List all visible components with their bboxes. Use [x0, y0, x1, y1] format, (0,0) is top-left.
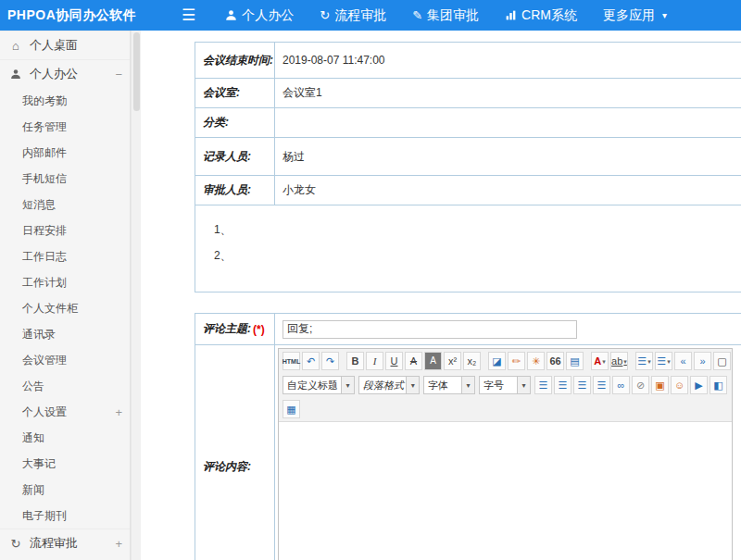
desktop-icon: ⌂ [9, 40, 22, 52]
editor-content-area[interactable] [279, 422, 732, 560]
person-icon [225, 9, 237, 21]
sidebar-item-personal-office[interactable]: 个人办公− [0, 59, 130, 88]
redo-icon[interactable]: ↷ [321, 352, 339, 370]
unlink-icon[interactable]: ⊘ [632, 376, 649, 394]
expand-icon[interactable]: + [115, 405, 122, 419]
comment-form-table: 评论主题: (*) 评论内容: HTML↶↷BIUAAx²x₂◪✏✳66▤A▾a… [195, 313, 741, 560]
sidebar-item-work-plan[interactable]: 工作计划 [0, 269, 130, 295]
menu-icon[interactable]: ☰ [182, 6, 195, 25]
heading-style-select[interactable]: 自定义标题 ▾ [283, 376, 355, 394]
cycle-icon: ↻ [320, 9, 330, 21]
caret-down-icon: ▾ [662, 10, 667, 20]
app-title: PHPOA协同办公软件 [7, 7, 136, 24]
sidebar-item-label: 个人办公 [30, 66, 115, 82]
sidebar-item-label: 大事记 [22, 456, 122, 472]
unordered-list-icon[interactable]: ☰▾ [655, 352, 672, 370]
editor-toolbar-row3: ▦ [279, 397, 732, 422]
topbar: PHPOA协同办公软件 ☰ 个人办公 ↻ 流程审批 ✎ 集团审批 CRM系统 更… [0, 0, 741, 31]
font-family-select[interactable]: 字体 ▾ [423, 376, 475, 394]
sidebar-item-label: 公告 [22, 379, 122, 394]
nav-group-approval[interactable]: ✎ 集团审批 [412, 7, 479, 24]
remove-format-icon[interactable]: ◪ [488, 352, 506, 370]
comment-content-label: 评论内容: [195, 345, 275, 560]
subscript-icon[interactable]: x₂ [463, 352, 481, 370]
caret-down-icon: ▾ [341, 377, 354, 393]
superscript-icon[interactable]: x² [444, 352, 461, 370]
field-label-meeting-room: 会议室: [195, 79, 275, 107]
sidebar-item-schedule[interactable]: 日程安排 [0, 218, 130, 243]
table-row: 记录人员: 杨过 [195, 138, 741, 176]
source-code-icon[interactable]: HTML [283, 352, 300, 370]
strikethrough-icon[interactable]: A [405, 352, 422, 370]
nav-crm-system[interactable]: CRM系统 [505, 7, 577, 24]
sidebar-menu: ⌂个人桌面个人办公−我的考勤任务管理内部邮件手机短信短消息日程安排工作日志工作计… [0, 31, 131, 560]
new-document-icon[interactable]: ▢ [713, 352, 731, 370]
clear-style-icon[interactable]: ✳ [527, 352, 545, 370]
media-icon[interactable]: ▶ [690, 376, 708, 394]
nav-workflow-approval[interactable]: ↻ 流程审批 [320, 7, 386, 24]
nav-label: 更多应用 [603, 7, 655, 24]
sidebar-item-announcement[interactable]: 公告 [0, 373, 130, 399]
sidebar-item-label: 手机短信 [22, 171, 122, 187]
nav-more-apps[interactable]: 更多应用 ▾ [603, 7, 667, 24]
sidebar-item-news[interactable]: 新闻 [0, 477, 130, 503]
sidebar-item-internal-mail[interactable]: 内部邮件 [0, 140, 130, 166]
underline-icon[interactable]: U [385, 352, 403, 370]
sidebar-item-work-log[interactable]: 工作日志 [0, 243, 130, 269]
font-style-icon[interactable]: A [424, 352, 442, 370]
sidebar-item-memorabilia[interactable]: 大事记 [0, 451, 130, 477]
template-icon[interactable]: ▤ [566, 352, 584, 370]
link-icon[interactable]: ∞ [612, 376, 630, 394]
caret-down-icon: ▾ [517, 377, 530, 393]
sidebar-item-desktop[interactable]: ⌂个人桌面 [0, 31, 130, 59]
ordered-list-icon[interactable]: ☰▾ [635, 352, 653, 370]
emoticon-icon[interactable]: ☺ [671, 376, 688, 394]
sidebar-item-label: 个人文件柜 [22, 301, 122, 317]
caret-down-icon: ▾ [602, 358, 606, 365]
sidebar-item-tasks[interactable]: 任务管理 [0, 114, 130, 140]
sidebar-item-e-journal[interactable]: 电子期刊 [0, 503, 130, 529]
font-size-select[interactable]: 字号 ▾ [479, 376, 531, 394]
save-icon[interactable]: ◧ [710, 376, 727, 394]
expand-icon[interactable]: + [115, 537, 122, 551]
sidebar-item-label: 通讯录 [22, 327, 122, 342]
select-value: 字体 [424, 379, 452, 392]
sidebar-item-label: 会议管理 [22, 353, 122, 368]
outdent-icon[interactable]: « [674, 352, 692, 370]
table-icon[interactable]: ▦ [283, 400, 300, 418]
align-justify-icon[interactable]: ☰ [593, 376, 610, 394]
highlight-color-icon[interactable]: ab▾ [610, 352, 628, 370]
sidebar-item-contacts[interactable]: 通讯录 [0, 321, 130, 347]
sidebar-item-label: 新闻 [22, 482, 122, 498]
person-icon [9, 68, 22, 80]
sidebar-item-label: 短消息 [22, 197, 122, 213]
sidebar-item-mobile-sms[interactable]: 手机短信 [0, 166, 130, 192]
comment-subject-label: 评论主题: (*) [195, 314, 275, 344]
italic-icon[interactable]: I [366, 352, 383, 370]
sidebar-scrollbar[interactable] [131, 31, 141, 560]
sidebar-item-attendance[interactable]: 我的考勤 [0, 88, 130, 114]
sidebar-item-meeting-management[interactable]: 会议管理 [0, 347, 130, 373]
sidebar-item-workflow-approval[interactable]: ↻流程审批+ [0, 529, 130, 557]
nav-personal-office[interactable]: 个人办公 [225, 7, 294, 24]
format-brush-icon[interactable]: ✏ [508, 352, 525, 370]
align-right-icon[interactable]: ☰ [573, 376, 591, 394]
undo-icon[interactable]: ↶ [302, 352, 320, 370]
blockquote-icon[interactable]: 66 [546, 352, 564, 370]
align-left-icon[interactable]: ☰ [534, 376, 552, 394]
scrollbar-thumb[interactable] [133, 32, 140, 111]
sidebar-item-file-cabinet[interactable]: 个人文件柜 [0, 295, 130, 321]
paragraph-format-select[interactable]: 段落格式 ▾ [358, 376, 420, 394]
collapse-icon[interactable]: − [115, 68, 122, 81]
sidebar-item-short-message[interactable]: 短消息 [0, 192, 130, 218]
indent-icon[interactable]: » [694, 352, 711, 370]
font-color-icon[interactable]: A▾ [591, 352, 609, 370]
sidebar-item-label: 任务管理 [22, 119, 122, 135]
comment-subject-input[interactable] [283, 320, 577, 339]
caret-down-icon: ▾ [647, 358, 651, 365]
align-center-icon[interactable]: ☰ [554, 376, 571, 394]
sidebar-item-notification[interactable]: 通知 [0, 425, 130, 451]
sidebar-item-personal-settings[interactable]: 个人设置+ [0, 399, 130, 425]
image-icon[interactable]: ▣ [651, 376, 669, 394]
bold-icon[interactable]: B [346, 352, 364, 370]
